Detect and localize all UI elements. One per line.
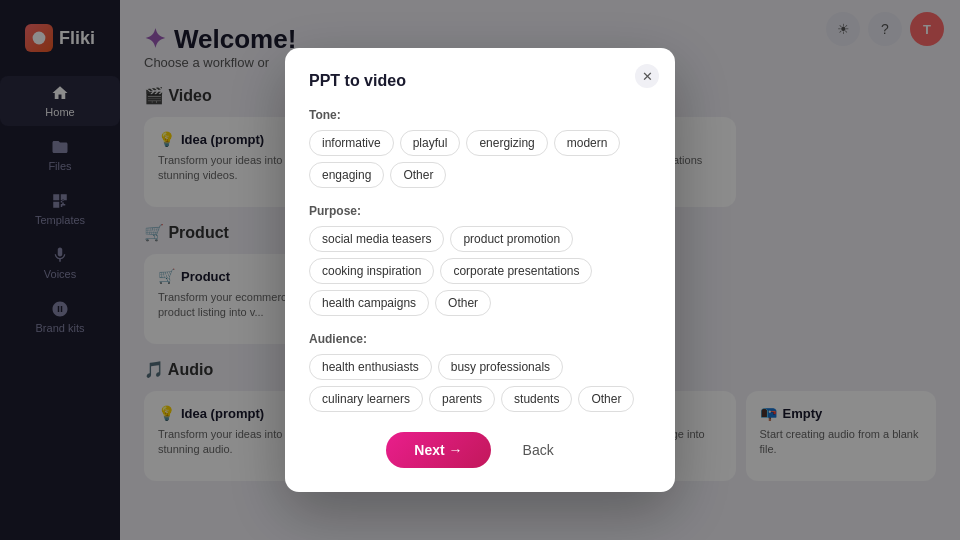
tone-tags-group: informative playful energizing modern en… [309,130,651,188]
purpose-label: Purpose: [309,204,651,218]
back-button[interactable]: Back [503,432,574,468]
tag-parents[interactable]: parents [429,386,495,412]
tag-culinary-learners[interactable]: culinary learners [309,386,423,412]
tag-health-campaigns[interactable]: health campaigns [309,290,429,316]
purpose-tags-group: social media teasers product promotion c… [309,226,651,316]
modal-footer: Next → Back [309,432,651,468]
modal-title: PPT to video [309,72,651,90]
tag-modern[interactable]: modern [554,130,621,156]
tag-engaging[interactable]: engaging [309,162,384,188]
tag-product-promotion[interactable]: product promotion [450,226,573,252]
tag-playful[interactable]: playful [400,130,461,156]
ppt-modal: PPT to video ✕ Tone: informative playful… [285,48,675,492]
modal-close-button[interactable]: ✕ [635,64,659,88]
tone-label: Tone: [309,108,651,122]
tag-other-tone[interactable]: Other [390,162,446,188]
tag-health-enthusiasts[interactable]: health enthusiasts [309,354,432,380]
modal-overlay[interactable]: PPT to video ✕ Tone: informative playful… [0,0,960,540]
tag-other-purpose[interactable]: Other [435,290,491,316]
tag-corporate-presentations[interactable]: corporate presentations [440,258,592,284]
audience-tags-group: health enthusiasts busy professionals cu… [309,354,651,412]
tag-other-audience[interactable]: Other [578,386,634,412]
tag-busy-professionals[interactable]: busy professionals [438,354,563,380]
tag-social-media-teasers[interactable]: social media teasers [309,226,444,252]
tag-informative[interactable]: informative [309,130,394,156]
next-button[interactable]: Next → [386,432,490,468]
tag-students[interactable]: students [501,386,572,412]
tag-energizing[interactable]: energizing [466,130,547,156]
audience-label: Audience: [309,332,651,346]
tag-cooking-inspiration[interactable]: cooking inspiration [309,258,434,284]
